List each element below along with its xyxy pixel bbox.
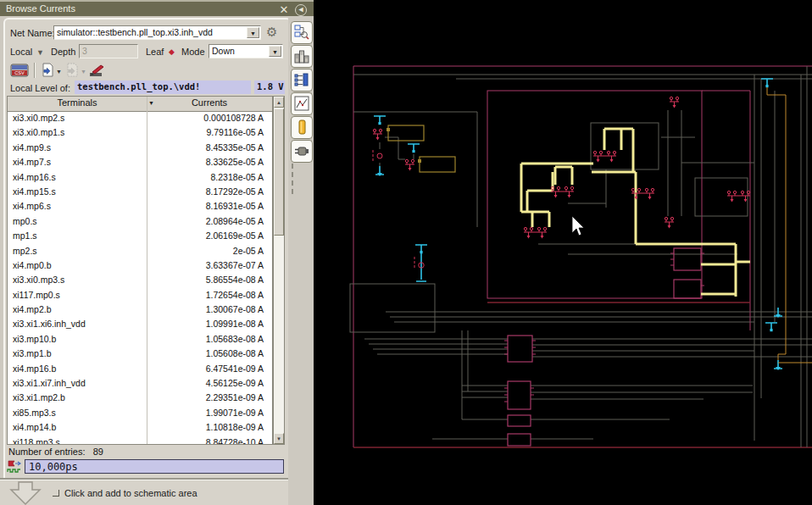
table-row[interactable]: xi4.mp16.s8.2318e-05 A (8, 170, 272, 185)
orange-net (767, 87, 812, 363)
save-results-disabled-icon (64, 63, 81, 78)
tab-design-blocks[interactable] (291, 45, 313, 68)
drop-corner-icon (53, 490, 59, 497)
table-row[interactable]: xi4.mp14.b1.10818e-09 A (8, 420, 272, 435)
terminal-name: xi3.mp10.b (13, 334, 56, 344)
local-level-value[interactable]: testbench.pll_top.\vdd! (75, 80, 251, 94)
current-value: 8.2318e-05 A (211, 172, 264, 182)
buildings-icon (294, 48, 309, 64)
tab-plot-view[interactable] (291, 92, 313, 115)
interconnect-wires (350, 66, 812, 447)
table-row[interactable]: xi3.xi1.xi7.inh_vdd4.56125e-09 A (8, 376, 272, 391)
drop-arrow-icon (7, 481, 47, 505)
current-value: 1.05608e-08 A (206, 348, 264, 358)
table-row[interactable]: xi118.mp3.s8.84728e-10 A (8, 436, 272, 444)
chevron-down-icon[interactable]: ▼ (56, 69, 62, 75)
table-row[interactable]: xi3.mp1.b1.05608e-08 A (8, 347, 272, 361)
current-value: 2.08964e-05 A (206, 216, 264, 226)
close-icon[interactable]: ✕ (278, 4, 290, 16)
table-row[interactable]: xi4.mp0.b3.63367e-07 A (8, 258, 272, 273)
leaf-diamond-icon[interactable]: ◆ (169, 47, 175, 56)
current-value: 3.63367e-07 A (206, 260, 264, 270)
net-name-combobox[interactable]: simulator::testbench.pll_top.xi3.inh_vdd… (53, 25, 261, 40)
bookmark-icon (294, 119, 309, 136)
entries-count-row: Number of entries: 89 (8, 447, 103, 457)
table-row[interactable]: xi85.mp3.s1.99071e-09 A (8, 406, 272, 420)
local-level-label: Local Level of: (10, 83, 70, 93)
schematic-canvas[interactable] (314, 0, 812, 505)
time-input[interactable]: 10,000ps (25, 459, 284, 474)
tab-hierarchy-browser[interactable] (291, 21, 313, 44)
table-row[interactable]: xi3.xi0.mp1.s9.79116e-05 A (8, 125, 272, 140)
current-value: 1.09991e-08 A (206, 319, 264, 329)
tab-probe-connector[interactable] (291, 140, 313, 163)
terminal-name: xi3.mp1.b (13, 348, 52, 358)
chevron-down-icon: ▼ (81, 69, 86, 75)
table-row[interactable]: xi4.mp6.s8.16931e-05 A (8, 199, 272, 214)
terminal-name: xi3.xi1.mp2.b (13, 392, 65, 402)
instance-blocks[interactable] (504, 248, 704, 446)
panel-title: Browse Currents (6, 3, 75, 14)
chevron-down-icon[interactable]: ▼ (36, 48, 44, 57)
table-row[interactable]: xi3.xi1.mp2.b2.29351e-09 A (8, 391, 272, 405)
terminal-name: xi3.xi0.mp3.s (13, 275, 64, 285)
current-value: 5.86554e-08 A (206, 275, 264, 285)
table-scrollbar[interactable]: ▲ ▼ (273, 96, 285, 445)
scroll-up-icon[interactable]: ▲ (274, 97, 284, 108)
clear-annotation-icon[interactable] (88, 63, 105, 78)
depth-value: 3 (80, 45, 137, 57)
current-value: 8.17292e-05 A (206, 186, 264, 197)
table-row[interactable]: xi3.xi0.mp3.s5.86554e-08 A (8, 273, 272, 287)
depth-label: Depth (51, 47, 75, 57)
table-row[interactable]: xi3.xi1.xi6.inh_vdd1.09991e-08 A (8, 317, 272, 331)
scrollbar-thumb[interactable] (274, 108, 284, 236)
svg-text:CSV: CSV (14, 70, 25, 75)
scroll-down-icon[interactable]: ▼ (274, 433, 284, 444)
current-value: 4.56125e-09 A (206, 378, 264, 388)
application-window: Browse Currents ✕ ◄ Net Name: simulator:… (0, 0, 812, 505)
current-value: 1.05683e-08 A (206, 334, 264, 344)
csv-export-icon[interactable]: CSV (10, 63, 27, 78)
terminal-name: xi4.mp6.s (13, 201, 51, 211)
table-row[interactable]: xi4.mp2.b1.30067e-08 A (8, 302, 272, 317)
panel-titlebar: Browse Currents ✕ ◄ (0, 0, 314, 16)
mode-label: Mode (181, 47, 205, 57)
table-row[interactable]: xi4.mp15.s8.17292e-05 A (8, 185, 272, 199)
terminal-name: xi3.xi0.mp1.s (13, 127, 64, 137)
table-row[interactable]: mp0.s2.08964e-05 A (8, 214, 272, 229)
panel-resize-handle[interactable] (292, 164, 293, 194)
table-row[interactable]: xi4.mp9.s8.45335e-05 A (8, 141, 272, 155)
table-row[interactable]: xi3.mp10.b1.05683e-08 A (8, 332, 272, 347)
voltage-value: 1.8 V (254, 80, 285, 94)
chevron-down-icon[interactable]: ▼ (269, 46, 281, 57)
tab-bookmark[interactable] (291, 116, 313, 139)
side-tabstrip (288, 18, 314, 505)
current-value: 8.33625e-05 A (206, 157, 264, 167)
table-row[interactable]: mp1.s2.06169e-05 A (8, 229, 272, 243)
table-body: xi3.xi0.mp2.s0.000108728 Axi3.xi0.mp1.s9… (8, 111, 272, 444)
chevron-down-icon[interactable]: ▼ (247, 27, 259, 38)
gear-icon[interactable]: ⚙ (266, 25, 277, 40)
collapse-icon[interactable]: ◄ (295, 4, 307, 16)
hint-text: Click and add to schematic area (64, 488, 197, 498)
current-value: 1.30067e-08 A (206, 304, 264, 314)
instance-labels (387, 125, 455, 172)
table-header: Terminals ▼ Currents (8, 97, 272, 112)
depth-input[interactable]: 3 (79, 44, 138, 58)
leaf-label: Leaf (146, 47, 164, 57)
table-row[interactable]: xi3.xi0.mp2.s0.000108728 A (8, 111, 272, 125)
mode-combobox[interactable]: Down ▼ (209, 44, 283, 58)
currents-column-header[interactable]: Currents (150, 97, 269, 108)
entries-label: Number of entries: (8, 447, 85, 457)
highlighted-net[interactable] (521, 129, 750, 297)
table-row[interactable]: xi117.mp0.s1.72654e-08 A (8, 288, 272, 302)
table-row[interactable]: xi4.mp7.s8.33625e-05 A (8, 155, 272, 169)
terminals-column-header[interactable]: Terminals (8, 97, 147, 108)
save-results-icon[interactable] (40, 63, 57, 78)
current-value: 0.000108728 A (203, 113, 264, 123)
table-row[interactable]: xi4.mp16.b6.47541e-09 A (8, 362, 272, 376)
schematic-drawing (314, 0, 812, 505)
table-row[interactable]: mp2.s2e-05 A (8, 244, 272, 258)
tab-pin-connections[interactable] (291, 69, 313, 92)
terminal-name: xi4.mp2.b (13, 304, 52, 314)
